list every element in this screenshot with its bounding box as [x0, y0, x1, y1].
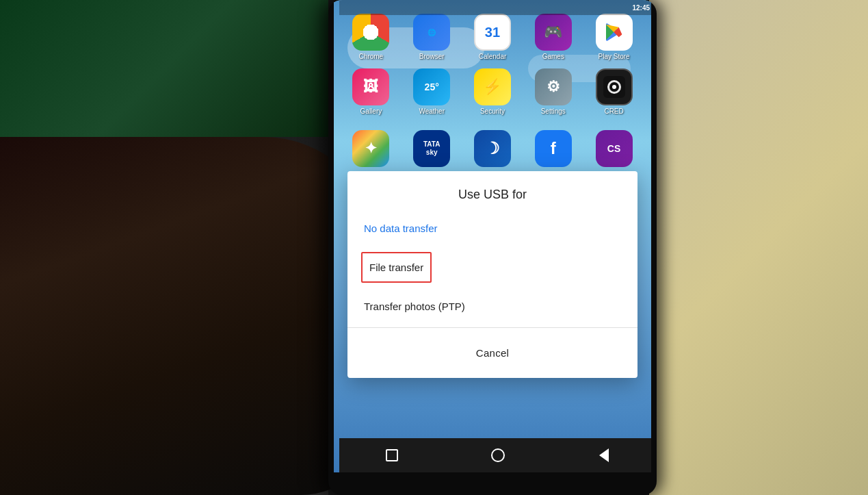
file-transfer-wrapper: File transfer — [361, 244, 624, 291]
moon-icon: ☽ — [474, 130, 511, 167]
app-icon-weather[interactable]: 25° Weather — [404, 68, 459, 115]
app-icon-pinwheel[interactable]: ✦ — [343, 130, 398, 169]
no-data-transfer-option[interactable]: No data transfer — [361, 213, 624, 244]
cs-icon: CS — [596, 130, 633, 167]
app-icon-security[interactable]: ⚡ Security — [465, 68, 520, 115]
tatasky-icon: TATAsky — [413, 130, 450, 167]
calendar-label: Calendar — [479, 53, 507, 60]
back-icon — [599, 448, 609, 462]
security-icon: ⚡ — [474, 68, 511, 105]
app-icon-cred[interactable]: CRED — [587, 68, 642, 115]
gallery-icon: 🖼 — [352, 68, 389, 105]
weather-icon: 25° — [413, 68, 450, 105]
app-icon-calendar[interactable]: 31 Calendar — [465, 14, 520, 60]
home-button[interactable] — [488, 445, 508, 466]
dialog-options: No data transfer File transfer Transfer … — [347, 213, 637, 322]
browser-label: Browser — [419, 53, 445, 60]
bg-top-left — [0, 0, 328, 137]
browser-icon: 🌐 — [413, 14, 450, 51]
app-row-1: Chrome 🌐 Browser 31 Calendar 🎮 Games Pla… — [334, 14, 651, 60]
svg-point-1 — [612, 85, 616, 89]
facebook-icon: f — [535, 130, 572, 167]
status-time: 12:45 — [632, 4, 650, 12]
app-row-3: ✦ TATAsky ☽ f CS — [334, 130, 651, 169]
playstore-icon — [596, 14, 633, 51]
transfer-photos-option[interactable]: Transfer photos (PTP) — [361, 291, 624, 322]
app-icon-cs[interactable]: CS — [587, 130, 642, 169]
recent-apps-button[interactable] — [382, 445, 402, 466]
calendar-icon: 31 — [474, 14, 511, 51]
phone-screen: 12:45 Chrome 🌐 Browser 31 Calendar 🎮 Gam… — [334, 0, 651, 472]
circle-icon — [491, 448, 505, 462]
pinwheel-icon: ✦ — [352, 130, 389, 167]
phone-frame: 12:45 Chrome 🌐 Browser 31 Calendar 🎮 Gam… — [328, 0, 657, 495]
playstore-label: Play Store — [599, 53, 630, 60]
usb-dialog: Use USB for No data transfer File transf… — [347, 171, 637, 378]
file-transfer-option[interactable]: File transfer — [361, 252, 432, 283]
app-icon-moon[interactable]: ☽ — [465, 130, 520, 169]
square-icon — [386, 449, 398, 461]
nav-bar — [339, 438, 651, 472]
dialog-title: Use USB for — [347, 171, 637, 213]
app-icon-games[interactable]: 🎮 Games — [526, 14, 581, 60]
app-row-2: 🖼 Gallery 25° Weather ⚡ Security ⚙ Setti… — [334, 68, 651, 115]
back-button[interactable] — [594, 445, 614, 466]
games-icon: 🎮 — [535, 14, 572, 51]
hand-overlay — [0, 137, 376, 495]
app-icon-tatasky[interactable]: TATAsky — [404, 130, 459, 169]
cancel-button[interactable]: Cancel — [460, 342, 526, 364]
weather-label: Weather — [419, 107, 445, 115]
gallery-label: Gallery — [360, 107, 382, 115]
bg-right — [649, 0, 868, 495]
app-icon-playstore[interactable]: Play Store — [587, 14, 642, 60]
app-icon-settings[interactable]: ⚙ Settings — [526, 68, 581, 115]
app-icon-facebook[interactable]: f — [526, 130, 581, 169]
chrome-label: Chrome — [359, 53, 384, 60]
dialog-actions: Cancel — [347, 333, 637, 378]
app-icon-chrome[interactable]: Chrome — [343, 14, 398, 60]
dialog-divider — [347, 327, 637, 328]
games-label: Games — [542, 53, 564, 60]
chrome-icon — [352, 14, 389, 51]
status-bar: 12:45 — [339, 0, 651, 15]
cred-icon — [596, 68, 633, 105]
cred-label: CRED — [604, 107, 623, 115]
security-label: Security — [480, 107, 505, 115]
settings-label: Settings — [541, 107, 566, 115]
app-icon-browser[interactable]: 🌐 Browser — [404, 14, 459, 60]
settings-icon: ⚙ — [535, 68, 572, 105]
app-icon-gallery[interactable]: 🖼 Gallery — [343, 68, 398, 115]
